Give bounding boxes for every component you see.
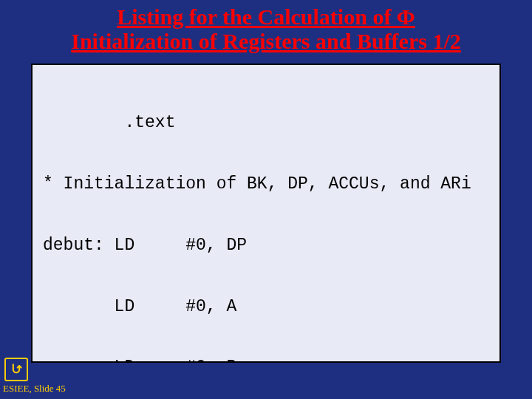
slide: Listing for the Calculation of Φ Initial… [0,0,532,399]
code-line: debut: LD #0, DP [43,236,489,256]
title-line-2: Initialization of Registers and Buffers … [71,29,460,53]
code-line: LD #0, A [43,297,489,318]
code-line: LD #0, B [43,358,489,363]
title-line-1: Listing for the Calculation of Φ [117,4,415,29]
code-line: * Initialization of BK, DP, ACCUs, and A… [43,174,489,195]
code-listing: .text * Initialization of BK, DP, ACCUs,… [31,64,501,363]
slide-title: Listing for the Calculation of Φ Initial… [0,4,532,53]
u-turn-arrow-icon [9,362,24,377]
slide-footer: ESIEE, Slide 45 [3,383,66,395]
return-icon[interactable] [4,358,28,381]
code-line: .text [43,113,489,134]
